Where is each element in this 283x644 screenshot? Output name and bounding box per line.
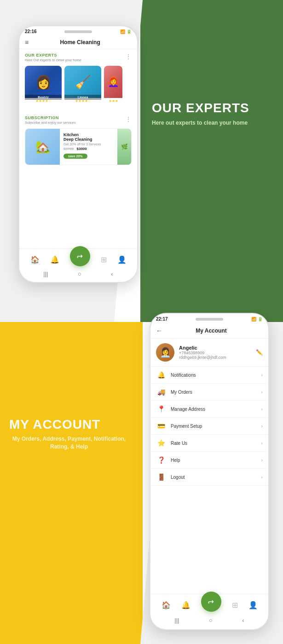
payment-arrow-icon: › [261,423,263,429]
account-description: My Orders, Address, Payment, Notificatio… [9,435,129,451]
menu-manage-address[interactable]: 📍 Manage Address › [150,401,268,418]
battery-icon: 🔋 [127,29,132,34]
avatar-emoji: 👩‍💼 [160,347,171,358]
subscription-card[interactable]: 🏡 Kitchen Deep Cleaning Get 20% off for … [25,128,132,165]
menu-notifications[interactable]: 🔔 Notifications › [150,367,268,384]
phone-top-header: ≡ Home Cleaning [19,36,137,49]
subscription-image: 🏡 [25,129,60,165]
save-button[interactable]: save 20% [64,154,87,159]
subscription-side-image: 🌿 [117,129,131,165]
subscription-old-price: $3780 [64,147,74,151]
address-label: Manage Address [171,407,261,412]
menu-logout[interactable]: 🚪 Logout › [150,469,268,486]
account-page-title: My Account [166,328,256,334]
status-time-bottom: 22:17 [156,316,168,322]
wifi-icon: 📶 [120,29,125,34]
expert-img-beatriz: 👩 [25,66,62,98]
expert-card-3[interactable]: 👩‍🦰 ★★★ [104,66,122,107]
profile-row: 👩‍💼 Angelic +7846398909 rddhge69.jknte@j… [150,339,268,367]
profile-icon-top: 👤 [117,255,127,264]
menu-rate-us[interactable]: ⭐ Rate Us › [150,435,268,452]
menu-my-orders[interactable]: 🚚 My Orders › [150,384,268,401]
account-label-area: MY ACCOUNT My Orders, Address, Payment, … [9,418,129,451]
experts-description: Here out experts to clean your home [152,119,274,127]
expert-card-linnea[interactable]: 🧹 Linnea ★★★★☆ [64,66,101,107]
sys-nav-home-top[interactable]: ○ [78,270,81,277]
hamburger-menu-icon[interactable]: ≡ [25,39,29,46]
rate-arrow-icon: › [261,440,263,446]
sys-nav-bottom: ||| ○ ‹ [150,615,268,626]
expert-img-3: 👩‍🦰 [104,66,122,98]
expert-name-linnea: Linnea [64,95,101,100]
nav-grid-top[interactable]: ⊞ [101,255,107,264]
nav-notification-bottom[interactable]: 🔔 [181,601,191,610]
phone-home-cleaning: 22:16 📶 🔋 ≡ Home Cleaning OUR EXPERTS He… [18,25,138,283]
experts-heading: OUR EXPERTS [152,101,274,115]
phone-my-account: 22:17 📶 🔋 ← My Account 👩‍💼 Angelic +7846… [150,313,269,630]
help-label: Help [171,458,261,463]
subscription-section-header: SUBSCRIPTION Subscribe and enjoy our ser… [19,112,137,126]
nav-fab-top[interactable]: ↩ [70,246,90,266]
grid-icon-top: ⊞ [101,255,107,264]
rate-icon: ⭐ [156,439,166,447]
payment-icon: 💳 [156,422,166,430]
phone-top-title: Home Cleaning [29,39,132,46]
expert-card-beatriz[interactable]: 👩 Beatriz ★★★★☆ [25,66,62,107]
status-bar-bottom: 22:17 📶 🔋 [150,314,268,323]
logout-icon: 🚪 [156,473,166,481]
nav-notification-top[interactable]: 🔔 [50,255,59,264]
profile-email: rddhge69.jknte@jhdf.com [179,355,256,360]
bottom-nav-top: 🏠 🔔 ↩ ⊞ 👤 [19,248,137,270]
help-arrow-icon: › [261,457,263,463]
menu-payment-setup[interactable]: 💳 Payment Setup › [150,418,268,435]
orders-icon: 🚚 [156,388,166,396]
notifications-label: Notifications [171,373,261,378]
experts-section-header: OUR EXPERTS Here Out experts to clean yo… [19,49,137,64]
nav-fab-bottom[interactable]: ↩ [201,592,221,612]
orders-arrow-icon: › [261,389,263,395]
notification-icon-top: 🔔 [50,255,59,264]
nav-home-bottom[interactable]: 🏠 [162,601,171,610]
expert-name-beatriz: Beatriz [25,95,62,100]
account-heading: MY ACCOUNT [9,418,129,432]
experts-more-button[interactable]: ⋮ [125,53,132,60]
menu-help[interactable]: ❓ Help › [150,452,268,469]
experts-row: 👩 Beatriz ★★★★☆ 🧹 Linnea ★★★★☆ 👩‍🦰 ★★★ [19,64,137,109]
wifi-icon-bottom: 📶 [251,317,256,322]
notch [64,30,92,33]
subscription-subtitle: Subscribe and enjoy our services [25,121,75,125]
fab-icon-bottom: ↩ [208,598,214,606]
user-avatar: 👩‍💼 [156,343,174,362]
experts-section-subtitle: Here Out experts to clean your home [25,58,81,62]
payment-label: Payment Setup [171,424,261,429]
subscription-new-price: $3000 [76,147,87,151]
sys-nav-recent-bottom[interactable]: ‹ [242,617,244,624]
logout-arrow-icon: › [261,474,263,480]
status-bar-top: 22:16 📶 🔋 [19,26,137,36]
edit-profile-button[interactable]: ✏️ [256,349,263,356]
sys-nav-back-bottom[interactable]: ||| [174,617,179,624]
fab-icon-top: ↩ [77,252,83,261]
grid-icon-bottom: ⊞ [232,601,238,610]
logout-label: Logout [171,475,261,480]
nav-grid-bottom[interactable]: ⊞ [232,601,238,610]
profile-icon-bottom: 👤 [248,601,258,610]
nav-profile-bottom[interactable]: 👤 [248,601,258,610]
sys-nav-home-bottom[interactable]: ○ [209,617,213,624]
profile-name: Angelic [179,345,256,351]
nav-home-top[interactable]: 🏠 [30,255,40,264]
back-button[interactable]: ← [156,327,162,334]
notifications-icon: 🔔 [156,371,166,379]
bg-yellow-bottom [0,322,143,644]
subscription-section-info: SUBSCRIPTION Subscribe and enjoy our ser… [25,115,75,125]
address-icon: 📍 [156,405,166,413]
nav-profile-top[interactable]: 👤 [117,255,127,264]
status-icons: 📶 🔋 [120,29,132,34]
account-header: ← My Account [150,323,268,339]
expert-stars-3: ★★★ [104,99,122,103]
bottom-nav-bottom: 🏠 🔔 ↩ ⊞ 👤 [150,594,268,615]
sys-nav-recent-top[interactable]: ‹ [111,270,113,277]
subscription-more-button[interactable]: ⋮ [125,115,132,123]
sys-nav-back-top[interactable]: ||| [43,270,48,277]
help-icon: ❓ [156,456,166,464]
